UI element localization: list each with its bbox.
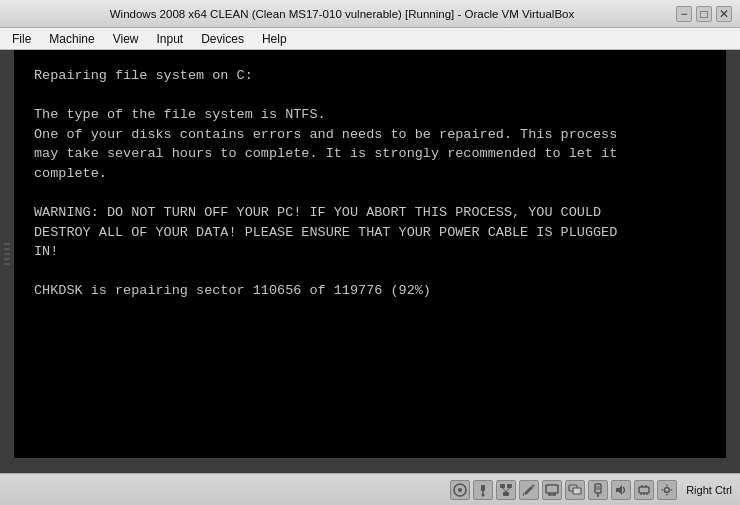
menu-help[interactable]: Help [254, 30, 295, 48]
menu-bar: File Machine View Input Devices Help [0, 28, 740, 50]
svg-point-1 [458, 488, 462, 492]
grip-line [4, 253, 10, 255]
maximize-button[interactable]: □ [696, 6, 712, 22]
network-adapter-icon[interactable] [634, 480, 654, 500]
status-bar: Right Ctrl [0, 473, 740, 505]
vm-screen[interactable]: Repairing file system on C: The type of … [14, 50, 726, 458]
svg-point-19 [597, 495, 599, 497]
svg-point-4 [482, 493, 485, 496]
usb-icon[interactable] [473, 480, 493, 500]
svg-line-8 [503, 488, 507, 492]
svg-rect-11 [546, 485, 558, 493]
left-grip [0, 50, 14, 458]
grip-line [4, 263, 10, 265]
grip-line [4, 258, 10, 260]
grip-line [4, 243, 10, 245]
menu-file[interactable]: File [4, 30, 39, 48]
svg-marker-22 [616, 485, 622, 495]
menu-devices[interactable]: Devices [193, 30, 252, 48]
status-icons-group: Right Ctrl [450, 480, 732, 500]
svg-rect-7 [503, 492, 509, 496]
audio-icon[interactable] [611, 480, 631, 500]
gear-icon[interactable] [657, 480, 677, 500]
vm-terminal-text: Repairing file system on C: The type of … [34, 66, 617, 301]
right-grip [726, 50, 740, 458]
usb-device-icon[interactable] [588, 480, 608, 500]
display2-icon[interactable] [565, 480, 585, 500]
cd-dvd-icon[interactable] [450, 480, 470, 500]
grip-line [4, 248, 10, 250]
svg-rect-16 [573, 488, 581, 494]
title-bar: Windows 2008 x64 CLEAN (Clean MS17-010 v… [0, 0, 740, 28]
menu-view[interactable]: View [105, 30, 147, 48]
svg-line-10 [523, 493, 524, 496]
svg-rect-6 [507, 484, 512, 488]
right-ctrl-label: Right Ctrl [686, 484, 732, 496]
menu-machine[interactable]: Machine [41, 30, 102, 48]
svg-rect-5 [500, 484, 505, 488]
window-controls: − □ ✕ [676, 6, 732, 22]
minimize-button[interactable]: − [676, 6, 692, 22]
edit-icon[interactable] [519, 480, 539, 500]
svg-line-9 [506, 488, 510, 492]
network-icon[interactable] [496, 480, 516, 500]
svg-rect-2 [481, 485, 485, 491]
svg-point-29 [665, 487, 670, 492]
display-icon[interactable] [542, 480, 562, 500]
close-button[interactable]: ✕ [716, 6, 732, 22]
svg-rect-23 [639, 487, 649, 493]
window-title: Windows 2008 x64 CLEAN (Clean MS17-010 v… [8, 8, 676, 20]
menu-input[interactable]: Input [149, 30, 192, 48]
